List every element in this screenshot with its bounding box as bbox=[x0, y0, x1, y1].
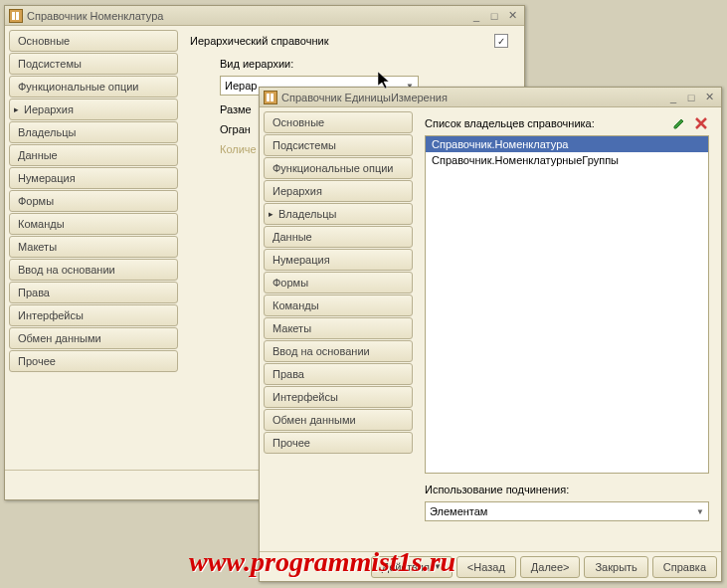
sidebar-item[interactable]: Формы bbox=[9, 190, 178, 212]
sidebar-item[interactable]: Подсистемы bbox=[9, 53, 178, 75]
sidebar-item[interactable]: Функциональные опции bbox=[264, 157, 413, 179]
sidebar-item[interactable]: Ввод на основании bbox=[264, 340, 413, 362]
sidebar-item[interactable]: Нумерация bbox=[264, 249, 413, 271]
titlebar-1[interactable]: Справочник Номенклатура _ □ ✕ bbox=[5, 6, 524, 26]
minimize-icon[interactable]: _ bbox=[665, 91, 681, 104]
app-icon bbox=[264, 91, 277, 104]
kind-value: Иерар bbox=[225, 80, 257, 92]
content-2: Список владельцев справочника: Справочни… bbox=[417, 111, 717, 547]
owners-label: Список владельцев справочника: bbox=[425, 117, 595, 129]
sidebar-item[interactable]: Права bbox=[264, 363, 413, 385]
sidebar-item[interactable]: Макеты bbox=[9, 236, 178, 258]
maximize-icon[interactable]: □ bbox=[683, 91, 699, 104]
sidebar-item[interactable]: Интерфейсы bbox=[264, 386, 413, 408]
sidebar-item[interactable]: Прочее bbox=[9, 350, 178, 372]
sidebar-item[interactable]: Основные bbox=[9, 30, 178, 52]
sidebar-item[interactable]: Основные bbox=[264, 111, 413, 133]
maximize-icon[interactable]: □ bbox=[486, 9, 502, 23]
close-icon[interactable]: ✕ bbox=[504, 9, 520, 23]
owners-list[interactable]: Справочник.НоменклатураСправочник.Номенк… bbox=[425, 135, 709, 474]
sidebar-item[interactable]: Данные bbox=[9, 144, 178, 166]
window-title-2: Справочник ЕдиницыИзмерения bbox=[281, 92, 663, 103]
back-button-2[interactable]: <Назад bbox=[456, 556, 516, 578]
svg-rect-0 bbox=[12, 12, 15, 20]
sidebar-item[interactable]: Прочее bbox=[264, 432, 413, 454]
watermark: www.programmist1s.ru bbox=[189, 546, 455, 578]
svg-rect-3 bbox=[271, 94, 273, 101]
sidebar-item[interactable]: Иерархия bbox=[9, 98, 178, 120]
app-icon bbox=[9, 9, 23, 23]
window-title-1: Справочник Номенклатура bbox=[27, 10, 466, 22]
back-label: <Назад bbox=[467, 561, 505, 573]
sidebar-item[interactable]: Обмен данными bbox=[264, 409, 413, 431]
sidebar-item[interactable]: Обмен данными bbox=[9, 327, 178, 349]
limit-label: Огран bbox=[220, 123, 251, 135]
next-label: Далее> bbox=[531, 561, 570, 573]
help-button[interactable]: Справка bbox=[652, 556, 717, 578]
sidebar-item[interactable]: Права bbox=[9, 282, 178, 303]
sidebar-item[interactable]: Владельцы bbox=[264, 203, 413, 225]
size-label: Разме bbox=[220, 103, 252, 115]
sidebar-item[interactable]: Данные bbox=[264, 226, 413, 248]
close-icon[interactable]: ✕ bbox=[701, 91, 717, 104]
mouse-cursor bbox=[378, 72, 394, 94]
chevron-down-icon: ▼ bbox=[696, 507, 704, 516]
delete-icon[interactable] bbox=[693, 115, 709, 131]
sidebar-1: ОсновныеПодсистемыФункциональные опцииИе… bbox=[9, 30, 178, 466]
sidebar-item[interactable]: Формы bbox=[264, 272, 413, 294]
subordination-value: Элементам bbox=[430, 505, 487, 517]
window-units: Справочник ЕдиницыИзмерения _ □ ✕ Основн… bbox=[259, 87, 722, 582]
list-item[interactable]: Справочник.НоменклатурныеГруппы bbox=[426, 152, 708, 168]
svg-rect-2 bbox=[267, 94, 270, 101]
hierarchical-checkbox[interactable]: ✓ bbox=[494, 34, 508, 48]
sidebar-item[interactable]: Функциональные опции bbox=[9, 76, 178, 98]
sidebar-item[interactable]: Интерфейсы bbox=[9, 304, 178, 326]
close-button[interactable]: Закрыть bbox=[584, 556, 647, 578]
subordination-select[interactable]: Элементам▼ bbox=[425, 501, 709, 521]
sidebar-item[interactable]: Команды bbox=[9, 213, 178, 235]
sidebar-item[interactable]: Нумерация bbox=[9, 167, 178, 189]
titlebar-2[interactable]: Справочник ЕдиницыИзмерения _ □ ✕ bbox=[260, 88, 721, 107]
minimize-icon[interactable]: _ bbox=[468, 9, 484, 23]
sidebar-item[interactable]: Макеты bbox=[264, 317, 413, 339]
edit-icon[interactable] bbox=[671, 115, 687, 131]
count-label: Количе bbox=[220, 143, 257, 155]
sidebar-item[interactable]: Ввод на основании bbox=[9, 259, 178, 281]
sidebar-item[interactable]: Иерархия bbox=[264, 180, 413, 202]
sidebar-item[interactable]: Владельцы bbox=[9, 121, 178, 143]
close-label: Закрыть bbox=[595, 561, 636, 573]
help-label: Справка bbox=[663, 561, 706, 573]
kind-label: Вид иерархии: bbox=[220, 58, 309, 70]
list-item[interactable]: Справочник.Номенклатура bbox=[426, 136, 708, 152]
sidebar-item[interactable]: Команды bbox=[264, 294, 413, 316]
next-button[interactable]: Далее> bbox=[520, 556, 581, 578]
subordination-label: Использование подчинения: bbox=[425, 484, 569, 495]
hierarchical-label: Иерархический справочник bbox=[190, 35, 328, 47]
svg-rect-1 bbox=[16, 12, 19, 20]
sidebar-item[interactable]: Подсистемы bbox=[264, 134, 413, 156]
sidebar-2: ОсновныеПодсистемыФункциональные опцииИе… bbox=[264, 111, 413, 547]
